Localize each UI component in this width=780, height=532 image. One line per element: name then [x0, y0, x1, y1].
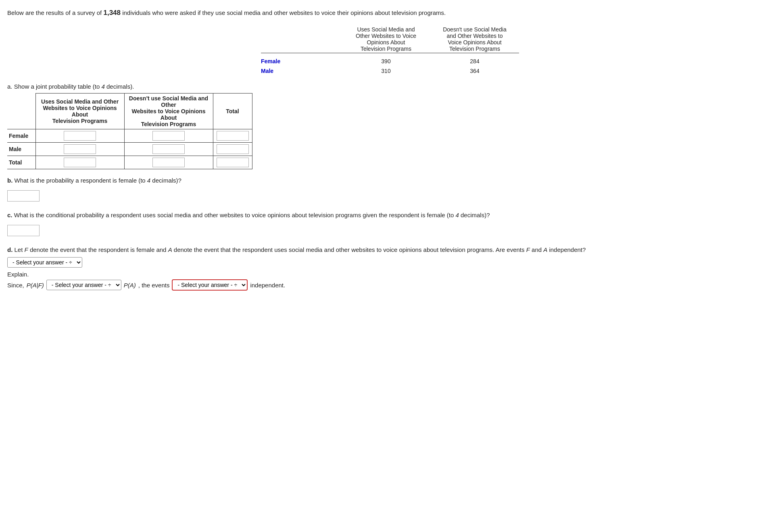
intro-text-after: individuals who were asked if they use s…	[121, 9, 446, 16]
part-b-input[interactable]	[7, 190, 40, 202]
prob-male-label: Male	[7, 143, 35, 156]
prob-total-total-input[interactable]	[217, 158, 249, 167]
part-d-select[interactable]: - Select your answer - ÷ Yes No	[7, 257, 82, 268]
prob-male-uses-input[interactable]	[64, 144, 96, 154]
female-doesnt: 284	[430, 56, 519, 66]
prob-female-uses-cell[interactable]	[35, 129, 124, 143]
prob-total-total-cell[interactable]	[213, 156, 252, 169]
male-uses: 310	[342, 66, 430, 76]
survey-col2-header: Doesn't use Social Media and Other Websi…	[430, 25, 519, 53]
comparison-select[interactable]: - Select your answer - ÷ = ≠	[46, 280, 121, 290]
prob-total-doesnt-cell[interactable]	[124, 156, 213, 169]
part-d-line: d. Let F denote the event that the respo…	[7, 245, 773, 255]
prob-female-total-cell[interactable]	[213, 129, 252, 143]
survey-col1-header: Uses Social Media and Other Websites to …	[342, 25, 430, 53]
since-text: Since,	[7, 282, 24, 289]
prob-female-doesnt-input[interactable]	[152, 131, 185, 141]
prob-male-doesnt-cell[interactable]	[124, 143, 213, 156]
prob-total-header: Total	[213, 94, 252, 129]
intro-text-before: Below are the results of a survey of	[7, 9, 103, 16]
part-b-line: b. What is the probability a respondent …	[7, 176, 773, 185]
male-doesnt: 364	[430, 66, 519, 76]
part-c-input[interactable]	[7, 225, 40, 236]
prob-col2-header: Doesn't use Social Media and Other Websi…	[124, 94, 213, 129]
prob-female-label: Female	[7, 129, 35, 143]
part-b-answer-box[interactable]	[7, 190, 40, 202]
independent-text: independent.	[250, 282, 285, 289]
part-c-answer-box[interactable]	[7, 225, 40, 236]
prob-male-doesnt-input[interactable]	[152, 144, 185, 154]
prob-total-label: Total	[7, 156, 35, 169]
prob-col1-header: Uses Social Media and Other Websites to …	[35, 94, 124, 129]
events-select[interactable]: - Select your answer - ÷ are are not	[172, 279, 248, 291]
prob-female-total-input[interactable]	[217, 131, 249, 141]
joint-prob-table: Uses Social Media and Other Websites to …	[7, 93, 252, 169]
prob-total-doesnt-input[interactable]	[152, 158, 185, 167]
prob-male-total-cell[interactable]	[213, 143, 252, 156]
female-row-label: Female	[261, 56, 342, 66]
prob-male-uses-cell[interactable]	[35, 143, 124, 156]
survey-data-table: Uses Social Media and Other Websites to …	[261, 25, 519, 76]
explain-label: Explain.	[7, 271, 773, 278]
part-d-select-wrapper[interactable]: - Select your answer - ÷ Yes No	[7, 257, 773, 268]
female-uses: 390	[342, 56, 430, 66]
pa-given-f: P(A|F)	[27, 282, 44, 289]
prob-total-uses-input[interactable]	[64, 158, 96, 167]
prob-male-total-input[interactable]	[217, 144, 249, 154]
prob-total-uses-cell[interactable]	[35, 156, 124, 169]
intro-paragraph: Below are the results of a survey of 1,3…	[7, 7, 773, 18]
prob-female-doesnt-cell[interactable]	[124, 129, 213, 143]
since-line: Since, P(A|F) - Select your answer - ÷ =…	[7, 279, 773, 291]
pa-text: P(A)	[124, 282, 136, 289]
part-c-line: c. What is the conditional probability a…	[7, 210, 773, 220]
survey-count: 1,348	[103, 9, 121, 17]
prob-female-uses-input[interactable]	[64, 131, 96, 141]
male-row-label: Male	[261, 66, 342, 76]
events-text: , the events	[138, 282, 170, 289]
part-a-label: a. Show a joint probability table (to 4 …	[7, 83, 773, 90]
